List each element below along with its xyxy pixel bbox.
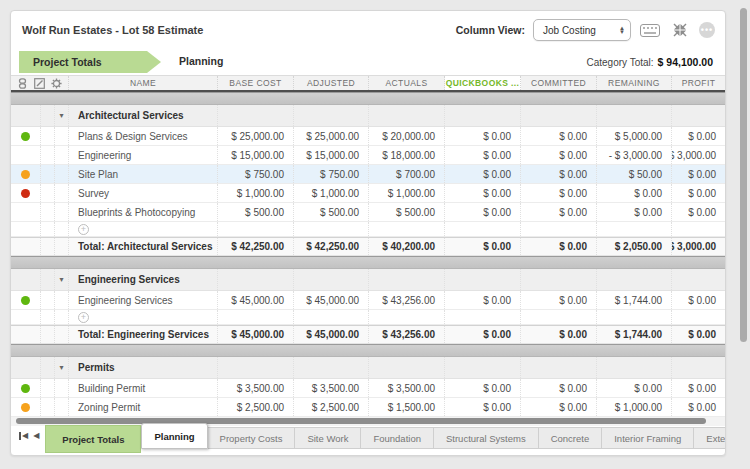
column-header-base-cost[interactable]: BASE COST	[218, 76, 294, 90]
line-item-name[interactable]: Survey	[69, 184, 218, 202]
vertical-scrollbar-thumb[interactable]	[740, 8, 747, 342]
amount-cell[interactable]: $ 500.00	[218, 203, 294, 221]
link-icon[interactable]	[17, 78, 28, 89]
column-view-select[interactable]: Job Costing ▲▼	[533, 19, 631, 41]
amount-cell[interactable]: $ 0.00	[672, 379, 725, 397]
amount-cell[interactable]: $ 750.00	[218, 165, 294, 183]
amount-cell[interactable]: $ 18,000.00	[369, 146, 445, 164]
keyboard-icon[interactable]	[639, 22, 661, 38]
amount-cell[interactable]: $ 0.00	[445, 184, 521, 202]
amount-cell[interactable]: $ 0.00	[672, 398, 725, 416]
amount-cell[interactable]: $ 1,500.00	[369, 398, 445, 416]
status-dot-green[interactable]	[21, 132, 30, 141]
table-row[interactable]: Survey$ 1,000.00$ 1,000.00$ 1,000.00$ 0.…	[11, 184, 725, 203]
column-header-actuals[interactable]: ACTUALS	[369, 76, 445, 90]
amount-cell[interactable]: $ 0.00	[672, 127, 725, 145]
bottom-tab-foundation[interactable]: Foundation	[361, 427, 434, 449]
table-row[interactable]: Engineering Services$ 45,000.00$ 45,000.…	[11, 291, 725, 310]
gear-icon[interactable]	[51, 78, 62, 89]
amount-cell[interactable]: $ 700.00	[369, 165, 445, 183]
amount-cell[interactable]: - $ 3,000.00	[597, 146, 672, 164]
column-header-adjusted[interactable]: ADJUSTED	[294, 76, 369, 90]
amount-cell[interactable]: $ 0.00	[521, 127, 597, 145]
collapse-triangle-icon[interactable]: ▾	[55, 357, 69, 378]
collapse-triangle-icon[interactable]: ▾	[55, 269, 69, 290]
line-item-name[interactable]: Plans & Design Services	[69, 127, 218, 145]
line-item-name[interactable]: Blueprints & Photocopying	[69, 203, 218, 221]
amount-cell[interactable]: $ 1,000.00	[597, 398, 672, 416]
amount-cell[interactable]: $ 0.00	[521, 203, 597, 221]
amount-cell[interactable]: $ 43,256.00	[369, 291, 445, 309]
collapse-triangle-icon[interactable]: ▾	[55, 105, 69, 126]
amount-cell[interactable]: $ 5,000.00	[597, 127, 672, 145]
line-item-name[interactable]: Engineering	[69, 146, 218, 164]
amount-cell[interactable]: - $ 3,000.00	[672, 146, 725, 164]
amount-cell[interactable]: $ 20,000.00	[369, 127, 445, 145]
amount-cell[interactable]: $ 2,500.00	[218, 398, 294, 416]
table-row[interactable]: Zoning Permit$ 2,500.00$ 2,500.00$ 1,500…	[11, 398, 725, 417]
amount-cell[interactable]: $ 1,000.00	[218, 184, 294, 202]
bottom-tab-exterior-doors[interactable]: Exterior Doors	[694, 427, 726, 449]
section-header-row[interactable]: ▾Permits	[11, 357, 725, 379]
status-dot-red[interactable]	[21, 189, 30, 198]
amount-cell[interactable]: $ 1,744.00	[597, 291, 672, 309]
line-item-name[interactable]: Building Permit	[69, 379, 218, 397]
more-options-icon[interactable]: •••	[699, 22, 715, 38]
bottom-tab-property-costs[interactable]: Property Costs	[208, 427, 296, 449]
column-header-quickbooks[interactable]: QUICKBOOKS ...	[445, 76, 521, 90]
amount-cell[interactable]: $ 0.00	[672, 203, 725, 221]
bottom-tab-interior-framing[interactable]: Interior Framing	[602, 427, 694, 449]
amount-cell[interactable]: $ 25,000.00	[218, 127, 294, 145]
amount-cell[interactable]: $ 0.00	[597, 184, 672, 202]
amount-cell[interactable]: $ 0.00	[597, 379, 672, 397]
line-item-name[interactable]: Zoning Permit	[69, 398, 218, 416]
table-row[interactable]: Engineering$ 15,000.00$ 15,000.00$ 18,00…	[11, 146, 725, 165]
amount-cell[interactable]: $ 0.00	[445, 146, 521, 164]
amount-cell[interactable]: $ 3,500.00	[369, 379, 445, 397]
bottom-tab-site-work[interactable]: Site Work	[295, 427, 361, 449]
amount-cell[interactable]: $ 1,000.00	[369, 184, 445, 202]
amount-cell[interactable]: $ 45,000.00	[218, 291, 294, 309]
column-header-profit[interactable]: PROFIT	[672, 76, 725, 90]
section-header-row[interactable]: ▾Engineering Services	[11, 269, 725, 291]
status-dot-green[interactable]	[21, 384, 30, 393]
status-dot-orange[interactable]	[21, 170, 30, 179]
table-row[interactable]: Plans & Design Services$ 25,000.00$ 25,0…	[11, 127, 725, 146]
amount-cell[interactable]: $ 0.00	[597, 203, 672, 221]
table-row[interactable]: Site Plan$ 750.00$ 750.00$ 700.00$ 0.00$…	[11, 165, 725, 184]
amount-cell[interactable]: $ 0.00	[521, 146, 597, 164]
amount-cell[interactable]: $ 0.00	[672, 291, 725, 309]
add-line-item-icon[interactable]: +	[78, 312, 89, 323]
column-header-name[interactable]: NAME	[69, 76, 218, 90]
collapse-icon[interactable]	[669, 22, 691, 38]
amount-cell[interactable]: $ 0.00	[445, 379, 521, 397]
amount-cell[interactable]: $ 0.00	[672, 184, 725, 202]
amount-cell[interactable]: $ 15,000.00	[294, 146, 369, 164]
amount-cell[interactable]: $ 500.00	[294, 203, 369, 221]
table-row[interactable]: Blueprints & Photocopying$ 500.00$ 500.0…	[11, 203, 725, 222]
table-row[interactable]: Building Permit$ 3,500.00$ 3,500.00$ 3,5…	[11, 379, 725, 398]
bottom-tab-project-totals[interactable]: Project Totals	[45, 425, 141, 453]
amount-cell[interactable]: $ 0.00	[672, 165, 725, 183]
first-tab-button[interactable]: ◀	[19, 431, 28, 440]
amount-cell[interactable]: $ 750.00	[294, 165, 369, 183]
amount-cell[interactable]: $ 0.00	[521, 398, 597, 416]
amount-cell[interactable]: $ 25,000.00	[294, 127, 369, 145]
bottom-tab-planning[interactable]: Planning	[141, 423, 207, 449]
status-dot-orange[interactable]	[21, 403, 30, 412]
amount-cell[interactable]: $ 3,500.00	[294, 379, 369, 397]
amount-cell[interactable]: $ 0.00	[445, 203, 521, 221]
amount-cell[interactable]: $ 0.00	[521, 184, 597, 202]
prev-tab-button[interactable]: ◀	[33, 431, 39, 440]
amount-cell[interactable]: $ 15,000.00	[218, 146, 294, 164]
amount-cell[interactable]: $ 0.00	[521, 291, 597, 309]
add-line-item-icon[interactable]: +	[78, 224, 89, 235]
bottom-tab-concrete[interactable]: Concrete	[539, 427, 603, 449]
planning-breadcrumb[interactable]: Planning	[179, 55, 223, 67]
amount-cell[interactable]: $ 45,000.00	[294, 291, 369, 309]
section-header-row[interactable]: ▾Architectural Services	[11, 105, 725, 127]
line-item-name[interactable]: Engineering Services	[69, 291, 218, 309]
project-totals-arrow-tab[interactable]: Project Totals	[19, 51, 161, 73]
amount-cell[interactable]: $ 0.00	[521, 165, 597, 183]
amount-cell[interactable]: $ 500.00	[369, 203, 445, 221]
